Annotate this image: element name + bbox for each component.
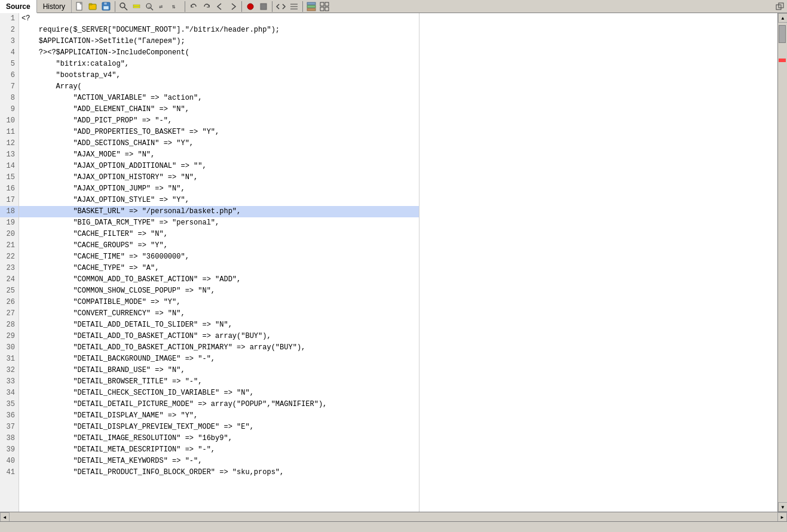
svg-text:↓: ↓ xyxy=(148,4,151,10)
scroll-track[interactable] xyxy=(778,23,787,502)
code-line-16: "AJAX_OPTION_JUMP" => "N", xyxy=(19,183,419,195)
code-content[interactable]: <? require($_SERVER["DOCUMENT_ROOT"]."/b… xyxy=(19,13,419,512)
open-icon[interactable] xyxy=(87,1,99,13)
code-line-4: ?><?$APPLICATION->IncludeComponent( xyxy=(19,47,419,59)
scroll-thumb[interactable] xyxy=(779,25,786,43)
line-num-40: 40 xyxy=(0,456,19,467)
code-icon[interactable] xyxy=(275,1,287,13)
svg-line-8 xyxy=(124,7,127,10)
svg-rect-27 xyxy=(325,7,329,11)
line-num-3: 3 xyxy=(0,36,19,47)
code-line-6: "bootstrap_v4", xyxy=(19,70,419,81)
line-num-8: 8 xyxy=(0,93,19,104)
hscroll-right-btn[interactable]: ► xyxy=(777,512,787,522)
code-line-7: Array( xyxy=(19,81,419,93)
line-num-30: 30 xyxy=(0,342,19,353)
line-num-25: 25 xyxy=(0,285,19,297)
app-window: Source History ↓ xyxy=(0,0,787,532)
redo-icon[interactable] xyxy=(201,1,213,13)
line-num-37: 37 xyxy=(0,422,19,433)
line-num-23: 23 xyxy=(0,263,19,274)
expand-all-icon[interactable] xyxy=(319,1,330,13)
code-line-12: "ADD_SECTIONS_CHAIN" => "Y", xyxy=(19,138,419,149)
sep4 xyxy=(272,1,272,12)
jump-back-icon[interactable] xyxy=(214,1,226,13)
line-num-29: 29 xyxy=(0,331,19,342)
line-num-14: 14 xyxy=(0,161,19,172)
tab-source[interactable]: Source xyxy=(0,0,37,13)
line-num-2: 2 xyxy=(0,24,19,36)
code-line-41: "DETAIL_PRODUCT_INFO_BLOCK_ORDER" => "sk… xyxy=(19,467,419,478)
code-line-29: "DETAIL_ADD_TO_BASKET_ACTION" => array("… xyxy=(19,331,419,342)
svg-point-16 xyxy=(247,4,253,10)
svg-text:⇄: ⇄ xyxy=(159,4,163,10)
list-icon[interactable] xyxy=(288,1,300,13)
new-file-icon[interactable] xyxy=(74,1,86,13)
stack-icon[interactable] xyxy=(305,1,317,13)
code-line-32: "DETAIL_BRAND_USE" => "N", xyxy=(19,365,419,376)
undo-icon[interactable] xyxy=(188,1,200,13)
svg-rect-24 xyxy=(320,2,324,6)
code-line-23: "CACHE_TYPE" => "A", xyxy=(19,263,419,274)
line-num-5: 5 xyxy=(0,59,19,70)
replace2-icon[interactable]: ⇅ xyxy=(170,1,182,13)
stop-icon[interactable] xyxy=(258,1,270,13)
record-icon[interactable] xyxy=(244,1,256,13)
line-num-18: 18 xyxy=(0,206,19,217)
svg-rect-26 xyxy=(320,7,324,11)
hscrollbar[interactable]: ◄ ► xyxy=(0,512,787,521)
line-num-22: 22 xyxy=(0,251,19,263)
code-line-33: "DETAIL_BROWSER_TITLE" => "-", xyxy=(19,376,419,388)
line-num-12: 12 xyxy=(0,138,19,149)
code-line-2: require($_SERVER["DOCUMENT_ROOT"]."/bitr… xyxy=(19,24,419,36)
search-next-icon[interactable]: ↓ xyxy=(144,1,156,13)
sep2 xyxy=(185,1,185,12)
code-line-8: "ACTION_VARIABLE" => "action", xyxy=(19,93,419,104)
scroll-up-btn[interactable]: ▲ xyxy=(778,13,787,23)
svg-rect-25 xyxy=(325,2,329,6)
line-num-31: 31 xyxy=(0,353,19,365)
highlight-icon[interactable] xyxy=(131,1,143,13)
line-num-24: 24 xyxy=(0,274,19,285)
vscrollbar[interactable]: ▲ ▼ xyxy=(777,13,787,512)
line-num-16: 16 xyxy=(0,183,19,195)
hscroll-track[interactable] xyxy=(10,512,777,521)
code-line-13: "AJAX_MODE" => "N", xyxy=(19,149,419,161)
hscroll-left-btn[interactable]: ◄ xyxy=(0,512,10,522)
svg-rect-22 xyxy=(307,5,316,8)
save-icon[interactable] xyxy=(100,1,112,13)
svg-rect-9 xyxy=(133,5,140,6)
line-num-36: 36 xyxy=(0,410,19,422)
replace-icon[interactable]: ⇄ xyxy=(157,1,169,13)
tab-history[interactable]: History xyxy=(37,0,72,13)
code-line-37: "DETAIL_DISPLAY_PREVIEW_TEXT_MODE" => "E… xyxy=(19,422,419,433)
code-line-38: "DETAIL_IMAGE_RESOLUTION" => "16by9", xyxy=(19,433,419,444)
line-num-10: 10 xyxy=(0,115,19,127)
code-line-1: <? xyxy=(19,13,419,24)
code-line-28: "DETAIL_ADD_DETAIL_TO_SLIDER" => "N", xyxy=(19,319,419,331)
code-line-19: "BIG_DATA_RCM_TYPE" => "personal", xyxy=(19,217,419,229)
line-num-39: 39 xyxy=(0,444,19,456)
svg-rect-3 xyxy=(89,4,92,5)
maximize-icon[interactable] xyxy=(774,1,786,13)
code-line-26: "COMPATIBLE_MODE" => "Y", xyxy=(19,297,419,308)
code-line-30: "DETAIL_ADD_TO_BASKET_ACTION_PRIMARY" =>… xyxy=(19,342,419,353)
code-line-21: "CACHE_GROUPS" => "Y", xyxy=(19,240,419,251)
jump-fwd-icon[interactable] xyxy=(227,1,239,13)
line-num-17: 17 xyxy=(0,195,19,206)
code-line-18: "BASKET_URL" => "/personal/basket.php", xyxy=(19,206,419,217)
code-line-5: "bitrix:catalog", xyxy=(19,59,419,70)
code-lines: <? require($_SERVER["DOCUMENT_ROOT"]."/b… xyxy=(19,13,419,478)
scroll-down-btn[interactable]: ▼ xyxy=(778,502,787,512)
scroll-position-marker xyxy=(779,59,786,62)
code-line-27: "CONVERT_CURRENCY" => "N", xyxy=(19,308,419,319)
line-num-19: 19 xyxy=(0,217,19,229)
line-num-7: 7 xyxy=(0,81,19,93)
sep3 xyxy=(241,1,242,12)
zoom-icon[interactable] xyxy=(118,1,130,13)
svg-rect-21 xyxy=(307,2,316,5)
code-line-15: "AJAX_OPTION_HISTORY" => "N", xyxy=(19,172,419,183)
line-num-15: 15 xyxy=(0,172,19,183)
code-line-9: "ADD_ELEMENT_CHAIN" => "N", xyxy=(19,104,419,115)
code-line-25: "COMMON_SHOW_CLOSE_POPUP" => "N", xyxy=(19,285,419,297)
